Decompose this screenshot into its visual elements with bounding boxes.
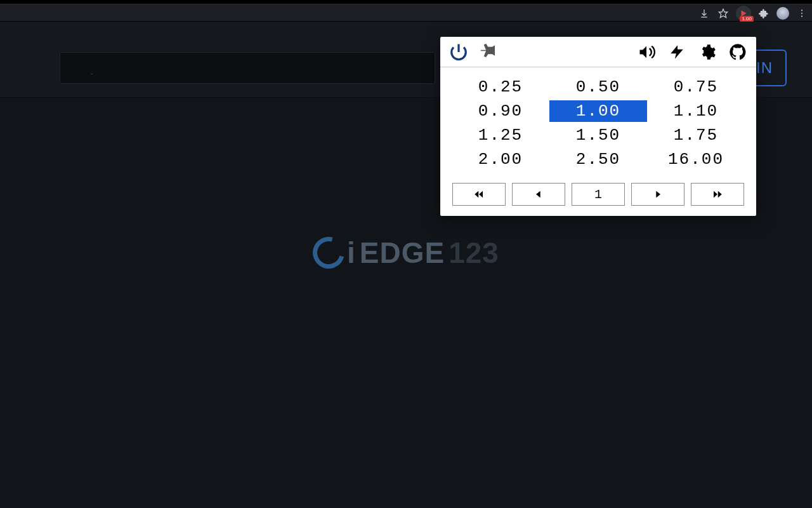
svg-marker-7 [479, 191, 483, 198]
site-logo: i EDGE 123 [313, 236, 499, 270]
popup-toolbar [440, 37, 756, 67]
gear-icon[interactable] [698, 43, 717, 62]
speed-input[interactable] [572, 183, 625, 206]
svg-marker-5 [671, 45, 683, 59]
speed-option[interactable]: 2.00 [452, 149, 549, 170]
speed-option[interactable]: 0.50 [549, 76, 647, 98]
github-icon[interactable] [728, 43, 747, 62]
rewind-fast-button[interactable] [452, 183, 506, 206]
speed-option[interactable]: 0.75 [647, 76, 745, 98]
browser-toolbar [0, 4, 812, 22]
svg-marker-9 [656, 191, 660, 198]
browser-toolbar-icons [698, 4, 808, 22]
speed-option[interactable]: 0.90 [452, 100, 549, 122]
svg-marker-6 [475, 191, 478, 198]
profile-avatar-icon[interactable] [776, 7, 789, 20]
speed-option[interactable]: 2.50 [549, 149, 647, 170]
power-icon[interactable] [449, 43, 468, 62]
speed-option[interactable]: 1.10 [647, 100, 745, 122]
svg-marker-0 [719, 9, 727, 17]
logo-i: i [347, 236, 356, 270]
speed-stepper [440, 177, 756, 216]
speed-option[interactable]: 1.00 [549, 100, 647, 122]
speed-option[interactable]: 1.50 [549, 124, 647, 146]
svg-point-2 [801, 10, 802, 11]
svg-marker-8 [536, 191, 540, 198]
star-icon[interactable] [717, 7, 730, 20]
decrease-button[interactable] [512, 183, 565, 206]
speed-option[interactable]: 1.75 [647, 124, 745, 146]
extensions-puzzle-icon[interactable] [757, 7, 770, 20]
pin-icon[interactable] [480, 43, 499, 62]
svg-marker-10 [714, 191, 717, 198]
svg-point-3 [801, 13, 802, 14]
kebab-menu-icon[interactable] [796, 7, 808, 20]
edge-swoosh-icon [307, 231, 350, 274]
forward-fast-button[interactable] [691, 183, 744, 206]
speed-option[interactable]: 0.25 [452, 76, 549, 98]
lightning-icon[interactable] [667, 43, 686, 62]
logo-edge: EDGE [360, 236, 445, 270]
extension-speed-icon[interactable] [736, 6, 751, 21]
search-input[interactable]: - [60, 52, 435, 84]
increase-button[interactable] [631, 183, 684, 206]
logo-123: 123 [449, 236, 499, 270]
svg-marker-11 [718, 191, 722, 198]
speed-grid: 0.250.500.750.901.001.101.251.501.752.00… [440, 67, 756, 177]
speed-option[interactable]: 1.25 [452, 124, 549, 146]
volume-icon[interactable] [637, 43, 656, 62]
speed-extension-popup: 0.250.500.750.901.001.101.251.501.752.00… [440, 37, 756, 216]
svg-point-4 [801, 16, 802, 17]
search-caret: - [91, 70, 93, 77]
speed-option[interactable]: 16.00 [647, 149, 745, 170]
svg-marker-1 [742, 10, 747, 16]
download-icon[interactable] [698, 7, 710, 20]
